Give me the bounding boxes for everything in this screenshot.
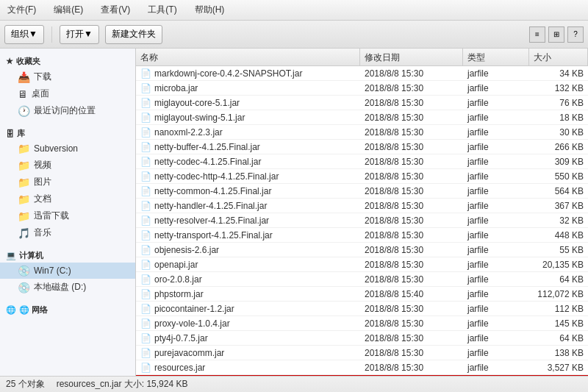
sidebar-item-label: Subversion: [34, 143, 78, 154]
file-size-cell: 18 KB: [529, 111, 588, 124]
table-row[interactable]: 📄 pty4j-0.7.5.jar 2018/8/8 15:30 jarfile…: [136, 331, 588, 346]
table-row[interactable]: 📄 netty-transport-4.1.25.Final.jar 2018/…: [136, 228, 588, 243]
file-type: jarfile: [467, 289, 489, 299]
header-size[interactable]: 大小: [529, 49, 588, 67]
file-date: 2018/8/8 15:30: [365, 274, 423, 285]
help-button[interactable]: ?: [567, 26, 584, 43]
table-row[interactable]: 📄 miglayout-core-5.1.jar 2018/8/8 15:30 …: [136, 96, 588, 110]
file-name-cell: 📄 netty-transport-4.1.25.Final.jar: [136, 229, 360, 242]
file-icon: 📄: [140, 333, 151, 343]
view-toggle-button[interactable]: ≡: [529, 26, 545, 43]
table-row[interactable]: 📄 purejavacomm.jar 2018/8/8 15:30 jarfil…: [136, 346, 588, 360]
file-date-cell: 2018/8/8 15:30: [360, 302, 463, 316]
file-size-cell: 3,527 KB: [529, 361, 588, 374]
library-section[interactable]: 🗄 库: [0, 124, 135, 140]
organize-button[interactable]: 组织▼: [4, 25, 44, 44]
folder-icon: 📥: [18, 71, 30, 83]
table-row[interactable]: 📄 proxy-vole-1.0.4.jar 2018/8/8 15:30 ja…: [136, 316, 588, 331]
file-size: 309 KB: [555, 157, 584, 167]
table-row[interactable]: 📄 netty-common-4.1.25.Final.jar 2018/8/8…: [136, 184, 588, 199]
file-type: jarfile: [467, 230, 489, 240]
file-date: 2018/8/8 15:30: [365, 83, 423, 93]
new-folder-button[interactable]: 新建文件夹: [105, 25, 162, 44]
sidebar-item-pictures[interactable]: 📁 图片: [0, 174, 135, 190]
file-type-cell: jarfile: [463, 155, 529, 168]
file-date-cell: 2018/8/8 15:30: [360, 243, 463, 257]
file-date-cell: 2018/8/8 15:30: [360, 346, 463, 360]
header-type[interactable]: 类型: [463, 49, 529, 67]
sidebar-item-recent[interactable]: 🕐 最近访问的位置: [0, 102, 135, 119]
sidebar-item-label: Win7 (C:): [34, 266, 71, 276]
file-type: jarfile: [467, 83, 489, 93]
network-section[interactable]: 🌐 🌐 网络: [0, 300, 135, 317]
table-row[interactable]: 📄 netty-codec-http-4.1.25.Final.jar 2018…: [136, 169, 588, 184]
file-date: 2018/8/8 15:30: [365, 304, 423, 314]
header-name[interactable]: 名称: [136, 49, 360, 67]
sidebar-item-label: 最近访问的位置: [34, 104, 96, 117]
file-name-cell: 📄 netty-codec-4.1.25.Final.jar: [136, 155, 360, 168]
file-size: 266 KB: [555, 142, 584, 152]
table-row[interactable]: 📄 netty-handler-4.1.25.Final.jar 2018/8/…: [136, 199, 588, 213]
menu-help[interactable]: 帮助(H): [192, 2, 228, 18]
table-row[interactable]: 📄 picocontainer-1.2.jar 2018/8/8 15:30 j…: [136, 302, 588, 316]
file-name: picocontainer-1.2.jar: [154, 304, 234, 314]
folder-icon: 📁: [18, 177, 30, 188]
file-type: jarfile: [467, 363, 489, 373]
file-size-cell: 367 KB: [529, 199, 588, 213]
sidebar: ★ 收藏夹 📥 下载 🖥 桌面 🕐 最近访问的位置 🗄 库 📁 Subversi…: [0, 49, 136, 376]
file-name-cell: 📄 objenesis-2.6.jar: [136, 243, 360, 257]
file-name-cell: 📄 oro-2.0.8.jar: [136, 273, 360, 286]
file-name-cell: 📄 netty-codec-http-4.1.25.Final.jar: [136, 170, 360, 183]
file-date: 2018/8/8 15:40: [365, 289, 423, 299]
menu-file[interactable]: 文件(F): [4, 2, 39, 18]
file-type: jarfile: [467, 318, 489, 329]
sidebar-item-video[interactable]: 📁 视频: [0, 157, 135, 174]
sidebar-item-desktop[interactable]: 🖥 桌面: [0, 85, 135, 102]
file-size-cell: 309 KB: [529, 155, 588, 168]
file-size: 34 KB: [559, 68, 584, 79]
file-size-cell: 20,135 KB: [529, 258, 588, 271]
view-details-button[interactable]: ⊞: [548, 26, 564, 43]
favorites-section[interactable]: ★ 收藏夹: [0, 51, 135, 68]
table-row[interactable]: 📄 markdownj-core-0.4.2-SNAPSHOT.jar 2018…: [136, 66, 588, 81]
file-type-cell: jarfile: [463, 273, 529, 286]
table-row[interactable]: 📄 oro-2.0.8.jar 2018/8/8 15:30 jarfile 6…: [136, 272, 588, 287]
sidebar-item-documents[interactable]: 📁 文档: [0, 190, 135, 207]
sidebar-item-music[interactable]: 🎵 音乐: [0, 224, 135, 241]
file-type: jarfile: [467, 157, 489, 167]
table-row[interactable]: 📄 miglayout-swing-5.1.jar 2018/8/8 15:30…: [136, 110, 588, 125]
folder-icon: 📁: [18, 143, 30, 154]
file-size-cell: 564 KB: [529, 185, 588, 198]
menu-tools[interactable]: 工具(T): [145, 2, 179, 18]
sidebar-item-local-d[interactable]: 💿 本地磁盘 (D:): [0, 279, 135, 296]
table-row[interactable]: 📄 phpstorm.jar 2018/8/8 15:40 jarfile 11…: [136, 287, 588, 302]
table-row[interactable]: 📄 netty-buffer-4.1.25.Final.jar 2018/8/8…: [136, 140, 588, 154]
table-row[interactable]: 📄 openapi.jar 2018/8/8 15:30 jarfile 20,…: [136, 257, 588, 272]
computer-section[interactable]: 💻 计算机: [0, 246, 135, 263]
table-row[interactable]: 📄 microba.jar 2018/8/8 15:30 jarfile 132…: [136, 81, 588, 96]
file-type-cell: jarfile: [463, 243, 529, 257]
file-type-cell: jarfile: [463, 140, 529, 154]
header-date[interactable]: 修改日期: [360, 49, 463, 67]
file-type: jarfile: [467, 333, 489, 343]
sidebar-item-thunder[interactable]: 📁 迅雷下载: [0, 207, 135, 224]
file-type: jarfile: [467, 142, 489, 152]
star-icon: ★: [6, 57, 13, 66]
table-row[interactable]: 📄 objenesis-2.6.jar 2018/8/8 15:30 jarfi…: [136, 243, 588, 257]
table-row[interactable]: 📄 netty-codec-4.1.25.Final.jar 2018/8/8 …: [136, 154, 588, 169]
table-row[interactable]: 📄 resources.jar 2018/8/8 15:30 jarfile 3…: [136, 360, 588, 375]
file-date-cell: 2018/8/8 15:30: [360, 67, 463, 80]
table-row[interactable]: 📄 nanoxml-2.2.3.jar 2018/8/8 15:30 jarfi…: [136, 125, 588, 140]
menu-view[interactable]: 查看(V): [98, 2, 133, 18]
menu-edit[interactable]: 编辑(E): [51, 2, 86, 18]
sidebar-item-download[interactable]: 📥 下载: [0, 68, 135, 85]
file-date: 2018/8/8 15:30: [365, 157, 423, 167]
table-row[interactable]: 📄 netty-resolver-4.1.25.Final.jar 2018/8…: [136, 213, 588, 228]
sidebar-item-subversion[interactable]: 📁 Subversion: [0, 140, 135, 157]
file-size-cell: 112 KB: [529, 302, 588, 316]
file-name: netty-common-4.1.25.Final.jar: [154, 186, 271, 196]
file-name: resources.jar: [154, 363, 205, 373]
sidebar-item-win7c[interactable]: 💿 Win7 (C:): [0, 263, 135, 279]
open-button[interactable]: 打开▼: [60, 25, 99, 44]
file-type: jarfile: [467, 260, 489, 270]
